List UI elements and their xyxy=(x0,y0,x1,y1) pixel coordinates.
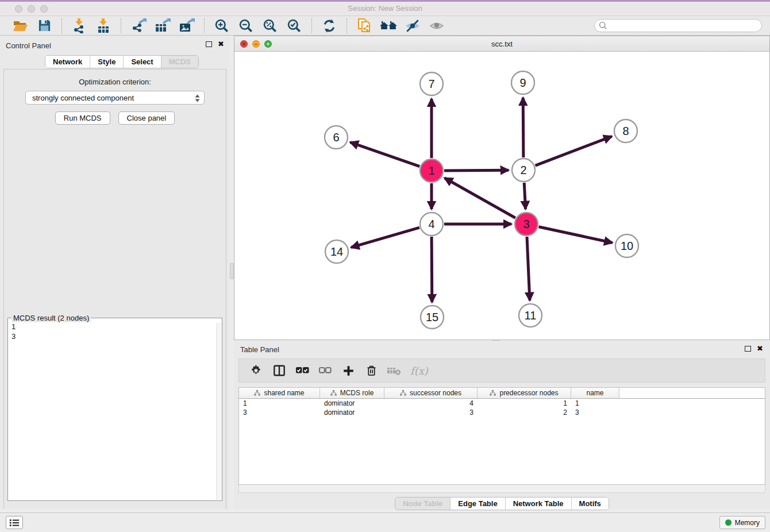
control-panel-title: Control Panel xyxy=(6,41,51,50)
app-title: Session: New Session xyxy=(0,4,770,13)
task-history-button[interactable] xyxy=(6,516,23,529)
column-header-shared-name[interactable]: shared name xyxy=(239,388,320,398)
select-stepper-icon xyxy=(194,94,201,105)
virtual-column-icon xyxy=(330,390,337,396)
create-column-plus-icon[interactable] xyxy=(340,362,357,379)
table-panel: Table Panel ✖ f(x) shared nameMCDS roles… xyxy=(234,341,770,509)
table-cell: 1 xyxy=(478,399,571,408)
control-panel-tabs: NetworkStyleSelectMCDS xyxy=(45,55,199,68)
toolbar-separator xyxy=(311,18,312,33)
toolbar-separator xyxy=(121,18,121,33)
zoom-fit-icon[interactable] xyxy=(261,17,279,34)
float-table-panel-icon[interactable] xyxy=(745,346,751,352)
network-window-titlebar[interactable]: scc.txt xyxy=(234,36,769,52)
table-cell: 4 xyxy=(384,399,478,408)
graph-edge-3-10[interactable] xyxy=(539,227,613,243)
zoom-out-icon[interactable] xyxy=(237,17,255,34)
tab-edge-table[interactable]: Edge Table xyxy=(450,498,505,510)
close-table-panel-icon[interactable]: ✖ xyxy=(757,345,763,352)
status-bar: Memory xyxy=(0,512,770,532)
node-table-header: shared nameMCDS rolesuccessor nodesprede… xyxy=(239,388,765,399)
main-toolbar xyxy=(0,16,770,36)
column-header-name[interactable]: name xyxy=(571,388,619,398)
refresh-view-icon[interactable] xyxy=(321,17,338,34)
tab-network[interactable]: Network xyxy=(45,56,90,68)
table-scrollbar[interactable] xyxy=(238,485,765,493)
memory-status-dot xyxy=(725,519,732,526)
graph-node-label-6: 6 xyxy=(333,131,339,144)
import-network-icon[interactable] xyxy=(71,17,88,34)
node-table[interactable]: shared nameMCDS rolesuccessor nodesprede… xyxy=(238,387,765,485)
criterion-selected-value: strongly connected component xyxy=(32,94,134,102)
search-container xyxy=(594,19,762,32)
tab-select[interactable]: Select xyxy=(123,56,160,68)
table-row[interactable]: 1dominator411 xyxy=(239,399,765,408)
import-table-icon[interactable] xyxy=(95,17,112,34)
graph-edge-3-1[interactable] xyxy=(445,178,515,218)
table-panel-title: Table Panel xyxy=(240,345,279,354)
graph-edge-4-14[interactable] xyxy=(351,228,419,248)
delete-column-trash-icon[interactable] xyxy=(363,362,380,379)
tab-motifs[interactable]: Motifs xyxy=(571,498,609,510)
export-network-icon[interactable] xyxy=(130,17,147,34)
graph-node-label-7: 7 xyxy=(428,78,434,90)
graph-edge-1-6[interactable] xyxy=(351,142,420,167)
table-cell: dominator xyxy=(320,408,384,417)
toolbar-separator xyxy=(346,18,347,33)
table-row[interactable]: 3dominator323 xyxy=(239,408,765,417)
vertical-splitter-handle[interactable] xyxy=(230,263,234,279)
unselect-all-columns-icon[interactable] xyxy=(317,362,334,379)
zoom-selected-icon[interactable] xyxy=(286,17,303,34)
memory-label: Memory xyxy=(735,519,760,527)
delete-table-icon xyxy=(386,362,403,379)
close-panel-icon[interactable]: ✖ xyxy=(218,41,224,48)
graph-edge-4-15[interactable] xyxy=(432,237,432,302)
table-settings-gear-icon[interactable] xyxy=(248,362,265,379)
graph-edge-3-11[interactable] xyxy=(527,237,530,300)
graph-edge-2-8[interactable] xyxy=(536,136,612,165)
virtual-column-icon xyxy=(400,390,406,396)
home-layout-icon[interactable] xyxy=(380,17,397,34)
close-panel-button[interactable]: Close panel xyxy=(118,111,175,125)
graph-node-label-15: 15 xyxy=(426,311,438,323)
result-scrollbar[interactable] xyxy=(216,323,221,500)
graph-edge-2-9[interactable] xyxy=(523,98,523,157)
show-panels-eye-icon[interactable] xyxy=(428,17,445,34)
search-input[interactable] xyxy=(594,19,762,32)
graph-node-label-2: 2 xyxy=(520,164,526,176)
column-header-successor-nodes[interactable]: successor nodes xyxy=(384,388,478,398)
network-view-window: scc.txt 1234678910111415 xyxy=(234,36,770,340)
memory-button[interactable]: Memory xyxy=(719,516,765,529)
export-table-icon[interactable] xyxy=(154,17,171,34)
select-all-columns-icon[interactable] xyxy=(294,362,311,379)
open-session-icon[interactable] xyxy=(11,17,29,34)
tab-mcds[interactable]: MCDS xyxy=(161,56,198,68)
split-table-view-icon[interactable] xyxy=(271,362,288,379)
graph-edge-2-3[interactable] xyxy=(524,183,525,209)
zoom-in-icon[interactable] xyxy=(213,17,230,34)
tab-style[interactable]: Style xyxy=(90,56,123,68)
hide-panels-eye-icon[interactable] xyxy=(404,17,421,34)
toolbar-separator xyxy=(61,18,62,33)
criterion-select[interactable]: strongly connected component xyxy=(25,91,205,105)
table-cell: 1 xyxy=(239,399,320,408)
graph-edge-1-2[interactable] xyxy=(444,170,509,171)
tab-network-table[interactable]: Network Table xyxy=(505,498,571,510)
column-header-MCDS-role[interactable]: MCDS role xyxy=(320,388,384,398)
table-cell: dominator xyxy=(320,399,384,408)
export-image-icon[interactable] xyxy=(178,17,195,34)
network-graph[interactable]: 1234678910111415 xyxy=(234,52,769,340)
graph-node-label-11: 11 xyxy=(525,309,537,322)
table-cell: 1 xyxy=(571,399,619,408)
network-overview-icon[interactable] xyxy=(356,17,373,34)
column-header-predecessor-nodes[interactable]: predecessor nodes xyxy=(478,388,571,398)
float-panel-icon[interactable] xyxy=(206,41,212,47)
graph-node-label-3: 3 xyxy=(523,218,529,230)
toolbar-separator xyxy=(204,18,205,33)
save-session-icon[interactable] xyxy=(36,17,53,34)
run-mcds-button[interactable]: Run MCDS xyxy=(55,111,110,125)
network-canvas[interactable]: 1234678910111415 xyxy=(234,52,769,340)
tab-node-table[interactable]: Node Table xyxy=(395,498,450,510)
table-cell: 3 xyxy=(384,408,478,417)
network-view-title: scc.txt xyxy=(234,40,769,48)
